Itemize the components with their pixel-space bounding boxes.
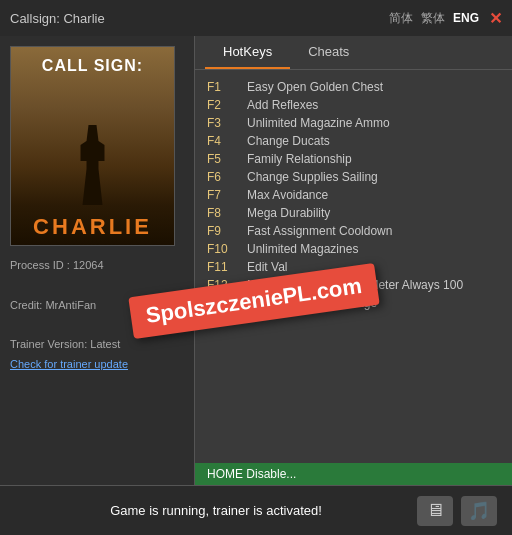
game-cover: CALL SIGN: CHARLIE: [10, 46, 175, 246]
cheat-key: F2: [207, 98, 247, 112]
lang-traditional[interactable]: 繁体: [421, 10, 445, 27]
monitor-icon[interactable]: 🖥: [417, 496, 453, 526]
lang-english[interactable]: ENG: [453, 11, 479, 25]
music-icon[interactable]: 🎵: [461, 496, 497, 526]
main-content: CALL SIGN: CHARLIE Process ID : 12064 Cr…: [0, 36, 512, 485]
cheat-desc: Edit Val: [247, 260, 287, 274]
cheat-item: F6Change Supplies Sailing: [207, 168, 500, 186]
cheat-desc: Unlimited Magazines: [247, 242, 358, 256]
cheat-key: F1: [207, 80, 247, 94]
cheat-desc: Max Avoidance: [247, 188, 328, 202]
cheat-key: F4: [207, 134, 247, 148]
cheat-desc: Family Relationship: [247, 152, 352, 166]
cheat-desc: Change Supplies Sailing: [247, 170, 378, 184]
cheat-key: F3: [207, 116, 247, 130]
call-sign-label: CALL SIGN:: [11, 57, 174, 75]
cheat-desc: Unlimited Magazine Ammo: [247, 116, 390, 130]
cheat-item: F8Mega Durability: [207, 204, 500, 222]
cheat-key: F7: [207, 188, 247, 202]
app-title: Callsign: Charlie: [10, 11, 389, 26]
soldier-silhouette: [73, 125, 113, 205]
right-panel: HotKeys Cheats F1Easy Open Golden ChestF…: [195, 36, 512, 485]
left-panel: CALL SIGN: CHARLIE Process ID : 12064 Cr…: [0, 36, 195, 485]
cheat-key: F8: [207, 206, 247, 220]
cheat-item: F7Max Avoidance: [207, 186, 500, 204]
process-id: Process ID : 12064: [10, 256, 184, 276]
cheat-desc: Fast Assignment Cooldown: [247, 224, 392, 238]
title-bar: Callsign: Charlie 简体 繁体 ENG ✕: [0, 0, 512, 36]
lang-simplified[interactable]: 简体: [389, 10, 413, 27]
cheat-item: F2Add Reflexes: [207, 96, 500, 114]
cheat-item: F5Family Relationship: [207, 150, 500, 168]
home-bar: HOME Disable...: [195, 463, 512, 485]
tab-cheats[interactable]: Cheats: [290, 36, 367, 69]
game-name-label: CHARLIE: [11, 214, 174, 240]
cheat-desc: Add Reflexes: [247, 98, 318, 112]
cheat-desc: Change Ducats: [247, 134, 330, 148]
tab-bar: HotKeys Cheats: [195, 36, 512, 70]
cheat-key: F11: [207, 260, 247, 274]
cheat-item: F3Unlimited Magazine Ammo: [207, 114, 500, 132]
cheat-key: F10: [207, 242, 247, 256]
trainer-version: Trainer Version: Latest: [10, 335, 184, 355]
close-button[interactable]: ✕: [489, 9, 502, 28]
cheat-item: F9Fast Assignment Cooldown: [207, 222, 500, 240]
tab-hotkeys[interactable]: HotKeys: [205, 36, 290, 69]
status-text: Game is running, trainer is activated!: [15, 503, 417, 518]
cheat-key: F6: [207, 170, 247, 184]
cheat-item: F10Unlimited Magazines: [207, 240, 500, 258]
bottom-icons: 🖥 🎵: [417, 496, 497, 526]
cheat-item: F4Change Ducats: [207, 132, 500, 150]
cheat-key: F5: [207, 152, 247, 166]
cheat-desc: Mega Durability: [247, 206, 330, 220]
cheat-desc: Easy Open Golden Chest: [247, 80, 383, 94]
bottom-bar: Game is running, trainer is activated! 🖥…: [0, 485, 512, 535]
language-group: 简体 繁体 ENG: [389, 10, 479, 27]
cheat-item: F1Easy Open Golden Chest: [207, 78, 500, 96]
update-link[interactable]: Check for trainer update: [10, 358, 128, 370]
cheat-key: F9: [207, 224, 247, 238]
